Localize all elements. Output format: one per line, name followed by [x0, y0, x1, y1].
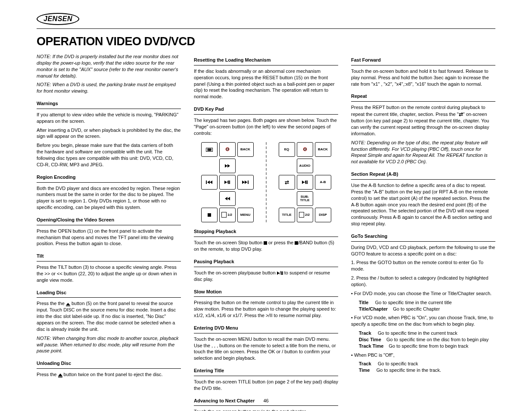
sec-dvdmenu: Entering DVD Menu — [194, 325, 338, 333]
title-key[interactable]: TITLE — [279, 208, 295, 222]
sec-unload: Unloading Disc — [37, 360, 181, 369]
sec-load: Loading Disc — [37, 290, 181, 298]
col-2: Resetting the Loading Mechanism If the d… — [194, 51, 338, 411]
p: During DVD, VCD and CD playback, perform… — [351, 244, 495, 257]
repeat-key[interactable]: ⇄ — [279, 175, 295, 190]
ab-key[interactable]: A-B — [315, 175, 331, 190]
sec-open: Opening/Closing the Video Screen — [37, 217, 181, 225]
stop-key[interactable] — [201, 208, 218, 222]
sec-stop: Stopping Playback — [194, 228, 338, 237]
rew-key[interactable] — [219, 191, 236, 206]
sec-ff: Fast Forward — [351, 57, 495, 65]
p: Press the OPEN button (1) on the front p… — [37, 228, 181, 247]
mute-icon: 🔇 — [303, 148, 307, 151]
play-icon — [224, 181, 227, 184]
page-icon — [300, 213, 304, 218]
stop-icon — [264, 241, 267, 245]
col-3: Fast Forward Touch the on-screen button … — [351, 51, 495, 411]
columns: NOTE: If the DVD is properly installed b… — [37, 51, 495, 411]
play-icon — [277, 271, 280, 275]
keypad-page-1: ⌨ 🔇 BACK / — [201, 142, 254, 222]
mute-key[interactable]: 🔇 — [219, 142, 236, 157]
prev-icon — [206, 181, 207, 184]
eject-icon — [58, 374, 62, 376]
play-icon — [302, 181, 305, 184]
t: button twice on the front panel to eject… — [64, 372, 163, 377]
tbl: Track Go to specific track Time Go to sp… — [351, 361, 495, 374]
mute-icon: 🔇 — [225, 148, 230, 151]
tbl: Title Go to specific time in the current… — [351, 299, 495, 312]
note-4: NOTE: Depending on the type of disc, the… — [351, 140, 495, 165]
p: Press the REPT button on the remote cont… — [351, 104, 495, 137]
repeat-icon: ⇄ — [285, 180, 289, 185]
p: Before you begin, please make sure that … — [37, 142, 181, 168]
stop-icon — [295, 241, 298, 245]
next-key[interactable] — [237, 175, 254, 190]
p: Touch the on-screen play/pause button / … — [194, 270, 338, 283]
eject-icon — [66, 303, 70, 305]
page-title: OPERATION VIDEO DVD/VCD — [37, 35, 495, 48]
sec-keypad: DVD Key Pad — [194, 106, 338, 115]
subtitle-key[interactable]: SUB- TITLE — [297, 191, 313, 206]
t: Press the — [37, 372, 58, 377]
t: Press the the — [37, 301, 66, 306]
keypad-separator — [266, 142, 267, 222]
sec-ab: Section Repeat (A-B) — [351, 171, 495, 180]
ff-key[interactable] — [219, 159, 236, 173]
li: 1. Press the GOTO button on the remote c… — [351, 259, 495, 272]
p: Use the A-B function to define a specifi… — [351, 182, 495, 227]
li: • When PBC is "Off", — [351, 352, 495, 358]
kbd-key[interactable]: ⌨ — [201, 142, 218, 157]
playpause-key[interactable]: / — [297, 175, 313, 190]
p: Both the DVD player and discs are encode… — [37, 185, 181, 211]
col-1: NOTE: If the DVD is properly installed b… — [37, 51, 181, 411]
disp-key[interactable]: DISP — [315, 208, 331, 222]
p: Press the TILT button (3) to choose a sp… — [37, 264, 181, 283]
page: JENSEN OPERATION VIDEO DVD/VCD NOTE: If … — [0, 0, 532, 411]
sec-pause: Pausing Playback — [194, 258, 338, 267]
back-key[interactable]: BACK — [315, 142, 331, 157]
sec-region: Region Encoding — [37, 174, 181, 183]
audio-key[interactable]: AUDIO — [297, 159, 313, 173]
page-icon — [222, 213, 227, 218]
li: 2. Press the / button to select a catego… — [351, 275, 495, 288]
sec-repeat: Repeat — [351, 93, 495, 102]
header-rule — [37, 28, 495, 29]
note-1: NOTE: If the DVD is properly installed b… — [37, 53, 181, 79]
next-icon — [248, 181, 249, 184]
keyboard-icon: ⌨ — [206, 148, 213, 152]
sec-reset: Resetting the Loading Mechanism — [194, 57, 338, 65]
menu-key[interactable]: MENU — [237, 208, 254, 222]
p: Touch the on-screen TITLE button (on pag… — [194, 379, 338, 392]
eq-key[interactable]: EQ — [279, 142, 295, 157]
mute-key[interactable]: 🔇 — [297, 142, 313, 157]
sec-warnings: Warnings — [37, 100, 181, 109]
back-key[interactable]: BACK — [237, 142, 254, 157]
p: If you attempt to view video while the v… — [37, 112, 181, 125]
sec-goto: GoTo Searching — [351, 233, 495, 242]
note-2: NOTE: When a DVD is used, the parking br… — [37, 81, 181, 94]
page-number: 46 — [0, 398, 532, 403]
keypad-page-2: EQ 🔇 BACK AUDIO ⇄ / A-B SUB- TITLE T — [279, 142, 331, 222]
li: • For DVD mode, you can choose the Time … — [351, 290, 495, 297]
keypad-figure: ⌨ 🔇 BACK / — [194, 142, 338, 222]
p: If the disc loads abnormally or an abnor… — [194, 68, 338, 100]
page-key[interactable]: 1/2 — [219, 208, 236, 222]
note-3: NOTE: When changing from disc mode to an… — [37, 335, 181, 355]
p: Touch the on-screen Stop button or press… — [194, 240, 338, 252]
p: Press the the button (5) on the front pa… — [37, 300, 181, 332]
p: The keypad has two pages. Both pages are… — [194, 117, 338, 137]
p: Touch the on-screen button movie to the … — [194, 408, 338, 411]
p: Press the button twice on the front pane… — [37, 371, 181, 378]
stop-icon — [208, 213, 211, 217]
ff-icon — [227, 164, 230, 168]
sec-title: Entering Title — [194, 367, 338, 376]
brand-logo: JENSEN — [37, 13, 79, 25]
li: • For VCD mode, when PBC is "On", you ca… — [351, 314, 495, 327]
prev-key[interactable] — [201, 175, 218, 190]
p: Touch the on-screen button and hold it t… — [351, 68, 495, 87]
page-key[interactable]: 2/2 — [297, 208, 313, 222]
playpause-key[interactable]: / — [219, 175, 236, 190]
sec-slow: Slow Motion — [194, 289, 338, 297]
p: Touch the on-screen MENU button to recal… — [194, 336, 338, 361]
